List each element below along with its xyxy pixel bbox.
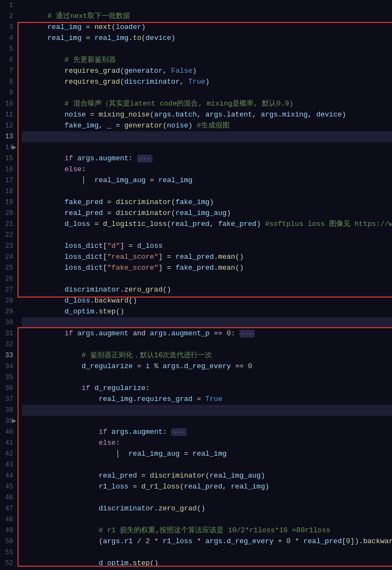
line-num-27: 27	[4, 284, 13, 295]
code-line-1: # 通过next取下一批数据	[22, 0, 392, 11]
code-line-45	[22, 481, 392, 492]
line-num-15: 15	[4, 153, 13, 164]
line-num-50: 50	[4, 536, 13, 547]
code-line-13[interactable]: ▶ if args.augment: ···	[22, 131, 392, 142]
code-line-5: # 先更新鉴别器	[22, 44, 392, 55]
code-line-41: │ real_img_aug = real_img	[22, 438, 392, 449]
code-line-4	[22, 33, 392, 44]
code-line-43: real_pred = discriminator(real_img_aug)	[22, 460, 392, 470]
line-num-20: 20	[4, 208, 13, 219]
code-line-37	[22, 394, 392, 405]
code-line-34	[22, 361, 392, 372]
line-num-32: 32	[4, 339, 13, 350]
code-line-6: requires_grad(generator, False)	[22, 55, 392, 66]
line-num-34: 34	[4, 361, 13, 372]
line-num-8: 8	[4, 77, 13, 88]
line-num-42: 42	[4, 449, 13, 460]
line-num-28: 28	[4, 295, 13, 306]
line-num-24: 24	[4, 252, 13, 263]
line-num-30: 30	[4, 317, 13, 328]
code-line-50	[22, 536, 392, 547]
line-num-3: 3	[4, 22, 13, 33]
code-line-35: if d_regularize:	[22, 372, 392, 383]
code-line-25	[22, 263, 392, 274]
code-line-39	[22, 416, 392, 427]
code-editor: 1 2 3 4 5 6 7 8 9 10 11 12 13 14 15 16 1…	[0, 0, 392, 570]
code-line-47	[22, 503, 392, 514]
line-num-6: 6	[4, 55, 13, 66]
code-line-18: fake_pred = discriminator(fake_img)	[22, 186, 392, 197]
code-line-48: # r1 损失的权重,按照这个算法应该是 10/2*r1loss*16 =80r…	[22, 514, 392, 525]
line-num-43: 43	[4, 460, 13, 470]
line-num-48: 48	[4, 514, 13, 525]
line-num-51: 51	[4, 547, 13, 558]
code-line-22: loss_dict["d"] = d_loss	[22, 230, 392, 241]
line-num-18: 18	[4, 186, 13, 197]
line-num-44: 44	[4, 470, 13, 481]
line-num-4: 4	[4, 33, 13, 44]
code-line-3: real_img = real_img.to(device)	[22, 22, 392, 33]
code-line-11: fake_img, _ = generator(noise) #生成假图	[22, 109, 392, 120]
line-numbers: 1 2 3 4 5 6 7 8 9 10 11 12 13 14 15 16 1…	[0, 0, 17, 570]
code-line-9: # 混合噪声（其实是latent code的混合, mixing是概率, 默认0…	[22, 88, 392, 98]
line-num-52: 52	[4, 558, 13, 569]
line-num-47: 47	[4, 503, 13, 514]
code-line-33: d_regularize = i % args.d_reg_every == 0	[22, 350, 392, 361]
code-line-42	[22, 449, 392, 460]
fold-arrow-1[interactable]: ▶	[12, 142, 16, 153]
code-line-28: d_optim.step()	[22, 295, 392, 306]
line-num-5: 5	[4, 44, 13, 55]
code-line-24: loss_dict["fake_score"] = fake_pred.mean…	[22, 252, 392, 263]
line-num-17: 17	[4, 175, 13, 186]
line-num-40: 40	[4, 427, 13, 438]
code-line-15: else:	[22, 153, 392, 164]
code-line-21	[22, 219, 392, 230]
code-line-49: (args.r1 / 2 * r1_loss * args.d_reg_ever…	[22, 525, 392, 536]
code-line-2: real_img = next(loader)	[22, 11, 392, 22]
line-num-26: 26	[4, 274, 13, 284]
code-line-16: │ real_img_aug = real_img	[22, 164, 392, 175]
code-line-44: r1_loss = d_r1_loss(real_pred, real_img)	[22, 470, 392, 481]
code-line-26: discriminator.zero_grad()	[22, 274, 392, 284]
line-num-10: 10	[4, 98, 13, 109]
code-lines: # 通过next取下一批数据 real_img = next(loader) r…	[17, 0, 392, 570]
code-line-36: real_img.requires_grad = True	[22, 383, 392, 394]
line-num-46: 46	[4, 492, 13, 503]
code-line-14	[22, 142, 392, 153]
code-line-29	[22, 306, 392, 317]
code-line-32: # 鉴别器正则化，默认16次迭代进行一次	[22, 339, 392, 350]
line-num-41: 41	[4, 438, 13, 449]
line-num-37: 37	[4, 394, 13, 405]
code-line-12	[22, 120, 392, 131]
fold-arrow-2[interactable]: ▶	[12, 416, 16, 427]
line-num-1: 1	[4, 0, 13, 11]
code-line-7: requires_grad(discriminator, True)	[22, 66, 392, 77]
line-num-13: 13	[4, 131, 13, 142]
code-line-19: real_pred = discriminator(real_img_aug)	[22, 197, 392, 208]
line-num-7: 7	[4, 66, 13, 77]
code-line-8	[22, 77, 392, 88]
code-line-46: discriminator.zero_grad()	[22, 492, 392, 503]
line-num-22: 22	[4, 230, 13, 241]
line-num-33: 33	[4, 350, 13, 361]
line-num-36: 36	[4, 383, 13, 394]
line-num-38: 38	[4, 405, 13, 416]
line-num-45: 45	[4, 481, 13, 492]
line-num-23: 23	[4, 241, 13, 252]
code-line-40: else:	[22, 427, 392, 438]
code-line-10: noise = mixing_noise(args.batch, args.la…	[22, 98, 392, 109]
line-num-21: 21	[4, 219, 13, 230]
line-num-25: 25	[4, 263, 13, 274]
code-line-38[interactable]: ▶ if args.augment: ···	[22, 405, 392, 416]
line-num-31: 31	[4, 328, 13, 339]
line-num-9: 9	[4, 88, 13, 98]
code-line-51: d_optim.step()	[22, 547, 392, 558]
line-num-19: 19	[4, 197, 13, 208]
line-num-29: 29	[4, 306, 13, 317]
line-num-12: 12	[4, 120, 13, 131]
line-num-35: 35	[4, 372, 13, 383]
code-line-52	[22, 558, 392, 569]
line-num-2: 2	[4, 11, 13, 22]
line-num-49: 49	[4, 525, 13, 536]
code-line-30[interactable]: if args.augment and args.augment_p == 0:…	[22, 317, 392, 328]
